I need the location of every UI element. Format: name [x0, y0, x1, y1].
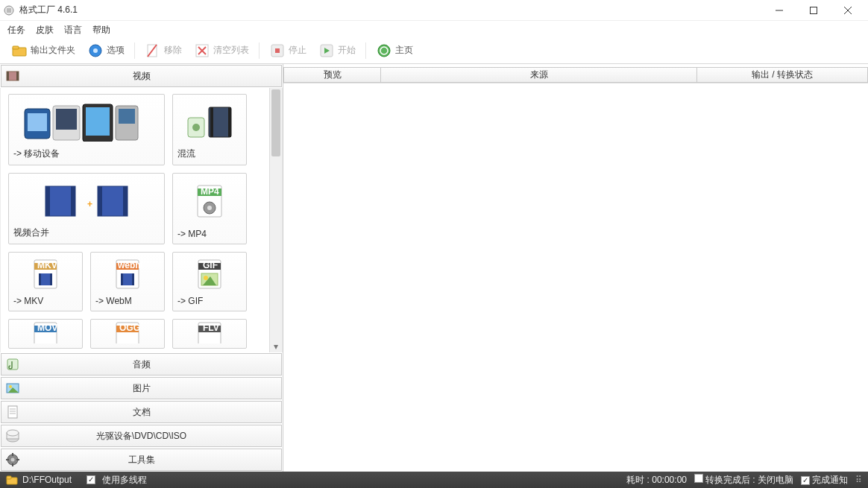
- card-to-webm[interactable]: webm -> WebM: [90, 252, 165, 311]
- svg-point-77: [9, 385, 12, 388]
- svg-rect-41: [98, 186, 102, 216]
- svg-text:webm: webm: [117, 260, 143, 270]
- svg-rect-35: [228, 107, 231, 137]
- svg-rect-16: [275, 48, 280, 53]
- mkv-icon: MKV: [13, 257, 78, 293]
- task-list-area: [283, 83, 868, 472]
- menu-help[interactable]: 帮助: [92, 24, 110, 37]
- accordion-video[interactable]: 视频: [1, 65, 282, 87]
- merge-icon: +: [13, 178, 160, 224]
- card-to-mkv[interactable]: MKV -> MKV: [8, 252, 83, 311]
- card-mux-label: 混流: [177, 145, 242, 160]
- svg-point-64: [204, 276, 208, 280]
- svg-rect-58: [121, 273, 123, 285]
- card-to-webm-label: -> WebM: [95, 293, 160, 306]
- ogg-icon: OGG: [95, 321, 160, 343]
- options-label: 选项: [107, 44, 125, 57]
- close-button[interactable]: [831, 0, 865, 21]
- folder-icon: [11, 42, 28, 59]
- clear-icon: [194, 42, 210, 59]
- scrollbar[interactable]: ▴ ▾: [269, 88, 282, 352]
- stop-label: 停止: [289, 44, 306, 57]
- accordion-document-label: 文档: [133, 406, 151, 419]
- col-output-status[interactable]: 输出 / 转换状态: [696, 67, 868, 83]
- accordion-tools-label: 工具集: [128, 454, 155, 466]
- svg-rect-42: [123, 186, 128, 216]
- svg-text:GIF: GIF: [203, 260, 218, 270]
- start-button[interactable]: 开始: [313, 40, 361, 61]
- svg-rect-88: [12, 453, 13, 456]
- scroll-thumb[interactable]: [271, 89, 280, 156]
- clear-list-button[interactable]: 清空列表: [189, 40, 254, 61]
- audio-icon: [4, 356, 21, 373]
- svg-rect-28: [86, 107, 110, 136]
- start-label: 开始: [338, 44, 356, 57]
- accordion-picture[interactable]: 图片: [1, 377, 282, 399]
- video-icon: [4, 68, 21, 84]
- accordion-disc-label: 光驱设备\DVD\CD\ISO: [96, 430, 186, 443]
- card-to-mov[interactable]: MOV: [8, 319, 83, 349]
- disc-icon: [4, 428, 21, 444]
- notify-checkbox[interactable]: [801, 476, 810, 485]
- accordion-audio-label: 音频: [133, 358, 151, 371]
- card-to-mkv-label: -> MKV: [13, 293, 78, 306]
- accordion-document[interactable]: 文档: [1, 401, 282, 423]
- svg-point-47: [207, 206, 212, 210]
- card-video-merge-label: 视频合并: [13, 224, 160, 239]
- minimize-button[interactable]: [762, 0, 796, 21]
- svg-point-32: [192, 124, 200, 131]
- elapsed-value: 00:00:00: [652, 475, 687, 485]
- card-to-mobile[interactable]: -> 移动设备: [8, 94, 165, 165]
- menu-skin[interactable]: 皮肤: [36, 24, 54, 37]
- accordion-audio[interactable]: 音频: [1, 353, 282, 375]
- svg-text:MOV: MOV: [37, 323, 57, 333]
- card-to-flv[interactable]: FLV: [172, 319, 247, 349]
- stop-button[interactable]: 停止: [264, 40, 312, 61]
- card-to-ogg[interactable]: OGG: [90, 319, 165, 349]
- svg-point-9: [93, 48, 98, 53]
- multithread-label: 使用多线程: [102, 474, 147, 487]
- card-to-mobile-label: -> 移动设备: [13, 145, 160, 160]
- accordion-video-label: 视频: [133, 70, 151, 83]
- options-button[interactable]: 选项: [82, 40, 130, 61]
- home-icon: [376, 42, 392, 59]
- status-folder-icon[interactable]: [6, 474, 18, 486]
- svg-rect-52: [39, 273, 41, 285]
- status-output-path[interactable]: D:\FFOutput: [22, 475, 72, 485]
- card-to-mp4[interactable]: MP4 -> MP4: [172, 173, 247, 244]
- svg-rect-24: [28, 113, 47, 131]
- tools-icon: [4, 451, 21, 468]
- svg-text:OGG: OGG: [119, 323, 140, 333]
- maximize-button[interactable]: [796, 0, 831, 21]
- svg-text:MKV: MKV: [37, 260, 57, 270]
- toolbar-separator: [134, 42, 135, 59]
- menu-task[interactable]: 任务: [7, 24, 25, 37]
- mov-icon: MOV: [13, 321, 78, 343]
- card-mux[interactable]: 混流: [172, 94, 247, 165]
- app-icon: [3, 4, 15, 16]
- col-source[interactable]: 来源: [380, 67, 696, 83]
- svg-text:FLV: FLV: [203, 323, 219, 333]
- svg-text:MP4: MP4: [201, 186, 219, 197]
- card-video-merge[interactable]: + 视频合并: [8, 173, 165, 244]
- options-icon: [87, 42, 104, 59]
- output-folder-button[interactable]: 输出文件夹: [6, 40, 81, 61]
- gif-icon: GIF: [177, 257, 242, 293]
- menu-language[interactable]: 语言: [64, 24, 82, 37]
- picture-icon: [4, 380, 21, 396]
- accordion-disc[interactable]: 光驱设备\DVD\CD\ISO: [1, 425, 282, 447]
- webm-icon: webm: [95, 257, 160, 293]
- card-to-gif[interactable]: GIF -> GIF: [172, 252, 247, 311]
- home-button[interactable]: 主页: [371, 40, 418, 61]
- svg-point-85: [7, 430, 19, 436]
- accordion-tools[interactable]: 工具集: [1, 449, 282, 471]
- remove-button[interactable]: 移除: [139, 40, 187, 61]
- start-icon: [318, 42, 335, 59]
- shutdown-checkbox[interactable]: [694, 474, 703, 483]
- toolbar-separator: [259, 42, 260, 59]
- multithread-checkbox[interactable]: [87, 475, 95, 484]
- svg-rect-89: [12, 463, 13, 466]
- scroll-down-icon[interactable]: ▾: [270, 340, 282, 352]
- svg-rect-59: [132, 273, 134, 285]
- col-preview[interactable]: 预览: [283, 67, 380, 83]
